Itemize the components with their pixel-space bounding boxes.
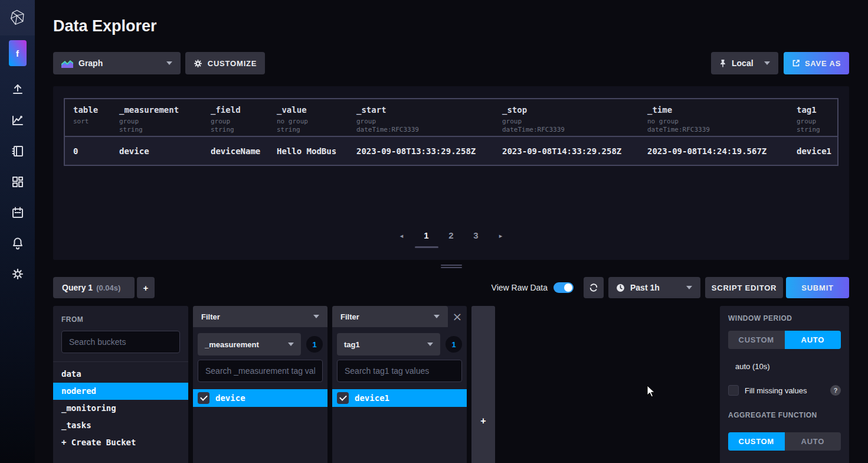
time-range-dropdown[interactable]: Past 1h (608, 277, 700, 298)
sidebar-item-dashboards[interactable] (11, 175, 25, 189)
fill-missing-values-checkbox[interactable] (728, 385, 739, 396)
table-header-row: table sort _measurement group string _fi… (65, 99, 837, 137)
column-header-stop: _stop group dateTime:RFC3339 (502, 105, 647, 136)
script-editor-button[interactable]: SCRIPT EDITOR (705, 277, 783, 298)
raw-data-panel: table sort _measurement group string _fi… (53, 86, 849, 260)
sidebar-item-upload[interactable] (11, 83, 25, 97)
local-label: Local (732, 58, 754, 68)
bell-icon (11, 236, 25, 250)
filter-type-dropdown[interactable]: Filter (193, 306, 327, 327)
bucket-list: data nodered _monitoring _tasks + Create… (53, 361, 188, 451)
window-period-title: WINDOW PERIOD (728, 314, 841, 322)
column-header-table: table sort (73, 105, 119, 136)
tab-query-1[interactable]: Query 1 (0.04s) (53, 277, 135, 298)
aggregate-custom-button[interactable]: CUSTOM (728, 432, 785, 451)
aggregate-auto-button[interactable]: AUTO (785, 432, 841, 451)
window-period-custom-button[interactable]: CUSTOM (728, 331, 785, 349)
sidebar-item-alerts[interactable] (11, 236, 25, 250)
help-icon[interactable]: ? (830, 385, 841, 396)
prev-page-button[interactable]: ◂ (390, 230, 414, 240)
aggregate-function-title: AGGREGATE FUNCTION (728, 411, 841, 419)
tag-value-list: device (193, 389, 327, 407)
tag-key-dropdown-measurement[interactable]: _measurement (198, 333, 301, 356)
upload-icon (11, 83, 25, 97)
create-bucket-button[interactable]: + Create Bucket (53, 434, 188, 451)
aggregate-function-toggle: CUSTOM AUTO (728, 432, 841, 451)
customize-label: CUSTOMIZE (208, 59, 257, 68)
bucket-item-tasks[interactable]: _tasks (53, 417, 188, 434)
bucket-item-data[interactable]: data (53, 366, 188, 383)
view-raw-data-toggle[interactable] (553, 282, 574, 293)
bucket-search-input[interactable] (61, 331, 180, 353)
page-button-1[interactable]: 1 (415, 230, 438, 248)
export-icon (792, 59, 800, 67)
visualization-controls: Graph CUSTOMIZE (53, 52, 849, 74)
page-title: Data Explorer (53, 17, 849, 35)
next-page-button[interactable]: ▸ (489, 230, 513, 240)
sidebar-item-data-explorer[interactable] (11, 113, 25, 128)
chevron-down-icon (166, 61, 172, 65)
sidebar-item-notebooks[interactable] (11, 144, 25, 158)
page-button-3[interactable]: 3 (464, 230, 488, 240)
tag1-value-search-input[interactable] (337, 360, 462, 382)
cell-time: 2023-09-08T14:24:19.567Z (647, 146, 797, 156)
fill-missing-values-row: Fill missing values ? (728, 385, 841, 396)
active-page-underline (415, 246, 438, 248)
clock-icon (616, 283, 625, 292)
add-query-button[interactable]: + (137, 277, 155, 298)
raw-data-table: table sort _measurement group string _fi… (64, 98, 838, 166)
filter-panel-tag1: Filter × tag1 1 (332, 306, 467, 463)
resize-handle[interactable] (441, 265, 462, 268)
from-panel: FROM data nodered _monitoring _tasks + C… (53, 306, 188, 463)
sidebar-item-settings[interactable] (11, 267, 25, 281)
influxdb-logo[interactable] (0, 0, 35, 35)
bucket-item-monitoring[interactable]: _monitoring (53, 400, 188, 417)
column-header-value: _value no group string (277, 105, 356, 136)
chevron-down-icon (288, 343, 294, 346)
checkbox-checked-icon[interactable] (337, 392, 349, 404)
fill-missing-values-label: Fill missing values (745, 386, 807, 395)
visualization-type-dropdown[interactable]: Graph (53, 52, 181, 74)
dashboards-icon (11, 175, 25, 189)
measurement-value-search-input[interactable] (198, 360, 323, 382)
bucket-item-nodered[interactable]: nodered (53, 383, 188, 400)
sidebar-item-tasks[interactable] (11, 206, 25, 220)
add-filter-button[interactable]: + (471, 416, 495, 426)
visualization-type-label: Graph (78, 58, 103, 68)
add-filter-column: + (471, 306, 495, 463)
sidebar: f (0, 0, 35, 463)
avatar[interactable]: f (9, 40, 27, 66)
pin-icon (719, 59, 726, 67)
cell-stop: 2023-09-08T14:33:29.258Z (502, 146, 647, 156)
cell-table: 0 (73, 146, 119, 156)
filter-type-dropdown[interactable]: Filter (332, 306, 448, 327)
time-range-label: Past 1h (630, 283, 660, 292)
save-as-button[interactable]: SAVE AS (784, 52, 849, 74)
cell-value: Hello ModBus (277, 146, 356, 156)
window-period-auto-button[interactable]: AUTO (785, 331, 841, 349)
checkbox-checked-icon[interactable] (198, 392, 209, 404)
local-dropdown[interactable]: Local (711, 52, 778, 74)
save-as-label: SAVE AS (805, 59, 841, 68)
refresh-button[interactable] (584, 277, 604, 298)
column-header-time: _time no group dateTime:RFC3339 (647, 105, 797, 136)
query-tab-label: Query 1 (62, 283, 93, 292)
chevron-down-icon (686, 286, 692, 289)
page-button-2[interactable]: 2 (440, 230, 463, 240)
cell-start: 2023-09-08T13:33:29.258Z (356, 146, 502, 156)
window-period-toggle: CUSTOM AUTO (728, 331, 841, 349)
tag-value-device[interactable]: device (193, 389, 327, 407)
chevron-down-icon (313, 315, 319, 318)
customize-button[interactable]: CUSTOMIZE (185, 52, 265, 74)
tag-value-device1[interactable]: device1 (332, 389, 467, 407)
column-header-field: _field group string (211, 105, 277, 136)
tag-key-dropdown-tag1[interactable]: tag1 (337, 333, 440, 356)
table-row: 0 device deviceName Hello ModBus 2023-09… (65, 137, 837, 165)
line-graph-icon (11, 113, 25, 128)
submit-button[interactable]: SUBMIT (786, 277, 849, 298)
gear-icon (194, 59, 202, 68)
close-filter-button[interactable]: × (448, 311, 467, 322)
from-panel-title: FROM (53, 306, 188, 331)
query-builder: FROM data nodered _monitoring _tasks + C… (53, 306, 849, 463)
chevron-down-icon (427, 343, 433, 346)
